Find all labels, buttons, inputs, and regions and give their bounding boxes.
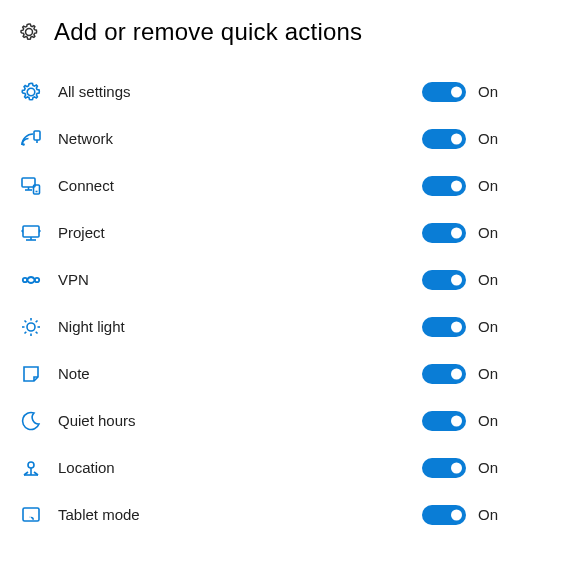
row-label: Note [58,365,422,382]
toggle-state-label: On [478,83,498,100]
toggle-state-label: On [478,412,498,429]
page-title: Add or remove quick actions [54,18,362,46]
row-label: VPN [58,271,422,288]
toggle-state-label: On [478,506,498,523]
toggle-state-label: On [478,271,498,288]
toggle-project[interactable] [422,223,466,243]
toggle-state-label: On [478,318,498,335]
toggle-state-label: On [478,224,498,241]
network-icon [18,126,44,152]
vpn-icon [18,267,44,293]
tablet-mode-icon [18,502,44,528]
row-location: Location On [18,444,552,491]
row-label: Location [58,459,422,476]
note-icon [18,361,44,387]
toggle-quiet-hours[interactable] [422,411,466,431]
toggle-state-label: On [478,459,498,476]
row-label: Quiet hours [58,412,422,429]
row-label: All settings [58,83,422,100]
toggle-night-light[interactable] [422,317,466,337]
connect-icon [18,173,44,199]
toggle-network[interactable] [422,129,466,149]
row-label: Project [58,224,422,241]
row-vpn: VPN On [18,256,552,303]
row-quiet-hours: Quiet hours On [18,397,552,444]
row-network: Network On [18,115,552,162]
toggle-vpn[interactable] [422,270,466,290]
quick-actions-list: All settings On Network On Connect On Pr… [18,68,552,538]
project-icon [18,220,44,246]
toggle-connect[interactable] [422,176,466,196]
toggle-location[interactable] [422,458,466,478]
row-night-light: Night light On [18,303,552,350]
toggle-state-label: On [478,130,498,147]
toggle-note[interactable] [422,364,466,384]
location-icon [18,455,44,481]
row-note: Note On [18,350,552,397]
page-header: Add or remove quick actions [18,18,552,46]
gear-icon [18,21,40,43]
row-connect: Connect On [18,162,552,209]
toggle-all-settings[interactable] [422,82,466,102]
row-tablet-mode: Tablet mode On [18,491,552,538]
row-label: Connect [58,177,422,194]
row-label: Night light [58,318,422,335]
row-label: Tablet mode [58,506,422,523]
row-project: Project On [18,209,552,256]
quiet-hours-icon [18,408,44,434]
toggle-state-label: On [478,177,498,194]
row-label: Network [58,130,422,147]
toggle-state-label: On [478,365,498,382]
night-light-icon [18,314,44,340]
row-all-settings: All settings On [18,68,552,115]
gear-outline-icon [18,79,44,105]
toggle-tablet-mode[interactable] [422,505,466,525]
